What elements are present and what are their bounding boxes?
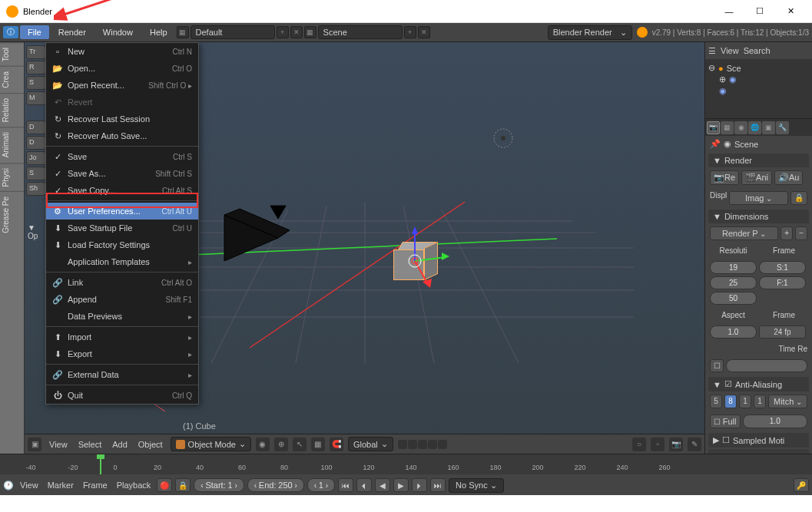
menu-render[interactable]: Render xyxy=(51,25,94,39)
menu-file[interactable]: File xyxy=(20,25,49,39)
aa-5[interactable]: 5 xyxy=(710,395,722,408)
tab-scene-props[interactable]: ◉ xyxy=(734,121,747,134)
render-panel-header[interactable]: ▼Render xyxy=(708,154,809,167)
file-menu-append[interactable]: 🔗AppendShift F1 xyxy=(46,291,198,308)
render-button[interactable]: 📷Re xyxy=(710,170,739,185)
tab-modifiers[interactable]: 🔧 xyxy=(776,121,789,134)
info-editor-icon[interactable]: ⓘ xyxy=(3,26,18,38)
layer-buttons[interactable] xyxy=(398,440,447,449)
sync-mode-selector[interactable]: No Sync ⌄ xyxy=(449,478,504,493)
snap-icon[interactable]: 🧲 xyxy=(330,438,343,451)
tool-duplicate-linked[interactable]: D xyxy=(26,136,46,150)
file-menu-data-previews[interactable]: Data Previews ▸ xyxy=(46,308,198,325)
file-menu-external-data[interactable]: 🔗External Data ▸ xyxy=(46,366,198,383)
aspect-x[interactable]: 1.0 xyxy=(710,325,757,339)
file-menu-recover-last-session[interactable]: ↻Recover Last Session xyxy=(46,111,198,127)
timeline-menu-playback[interactable]: Playback xyxy=(114,481,154,490)
tab-animation[interactable]: Animati xyxy=(0,127,24,162)
tab-object-props[interactable]: ▣ xyxy=(762,121,775,134)
minimize-button[interactable]: — xyxy=(714,1,744,22)
file-menu-open[interactable]: 📂Open...Ctrl O xyxy=(46,60,198,77)
render-preset-selector[interactable]: Render P ⌄ xyxy=(710,226,778,240)
shading-panel-header[interactable]: ▶Shading xyxy=(708,449,809,454)
display-mode-selector[interactable]: Imag ⌄ xyxy=(729,191,788,205)
tab-physics[interactable]: Physi xyxy=(0,163,24,191)
time-remap-value[interactable] xyxy=(726,359,807,372)
aa-filter-selector[interactable]: Mitch ⌄ xyxy=(768,395,807,408)
aa-full-checkbox[interactable]: ☐ Full xyxy=(710,415,741,428)
lock-interface-button[interactable]: 🔒 xyxy=(790,191,807,205)
editor-type-icon[interactable]: ▣ xyxy=(28,438,41,451)
aa-16[interactable]: 1 xyxy=(754,395,766,408)
tool-translate[interactable]: Tr xyxy=(26,45,46,59)
layers-icon[interactable]: ▦ xyxy=(311,438,325,451)
file-menu-quit[interactable]: ⏻QuitCtrl Q xyxy=(46,387,198,404)
gpencil-icon[interactable]: ✎ xyxy=(688,438,701,451)
resolution-x[interactable]: 19 xyxy=(710,261,757,274)
scene-add-button[interactable]: + xyxy=(404,26,416,38)
file-menu-export[interactable]: ⬇Export ▸ xyxy=(46,345,198,362)
sampled-motion-panel-header[interactable]: ▶☐Sampled Moti xyxy=(708,433,809,448)
jump-end-button[interactable]: ⏭ xyxy=(430,478,446,492)
outliner-tree[interactable]: ⊖●Sce ⊕◉ ◉ xyxy=(705,59,812,100)
frame-start[interactable]: S:1 xyxy=(759,261,806,274)
file-menu-save[interactable]: ✓SaveCtrl S xyxy=(46,148,198,165)
outliner-editor-icon[interactable]: ☰ xyxy=(708,46,716,56)
scene-browse-icon[interactable]: ▦ xyxy=(304,26,317,38)
fps-selector[interactable]: 24 fp xyxy=(759,325,806,339)
layout-add-button[interactable]: + xyxy=(277,26,289,38)
tool-scale[interactable]: S xyxy=(26,76,46,90)
timeline-menu-frame[interactable]: Frame xyxy=(80,481,111,490)
tool-set-origin[interactable]: S xyxy=(26,167,46,180)
timeline-menu-marker[interactable]: Marker xyxy=(45,481,77,490)
preset-add-button[interactable]: + xyxy=(781,226,793,240)
timeline-ruler[interactable]: -40-200204060801001201401601802002202402… xyxy=(0,454,812,474)
antialiasing-panel-header[interactable]: ▼☑Anti-Aliasing xyxy=(708,377,809,391)
3d-viewport[interactable]: Tr R S M D D Jo S Sh ▼ Op ▫NewCtrl N📂Ope… xyxy=(25,42,704,454)
tab-grease-pencil[interactable]: Grease Pe xyxy=(0,191,24,238)
aa-size[interactable]: 1.0 xyxy=(743,415,807,428)
tab-create[interactable]: Crea xyxy=(0,66,24,93)
close-button[interactable]: ✕ xyxy=(775,1,806,22)
scene-selector[interactable]: Scene xyxy=(318,25,403,39)
tool-shading[interactable]: Sh xyxy=(26,182,46,196)
orientation-selector[interactable]: Global⌄ xyxy=(348,437,393,451)
keyframe-prev-button[interactable]: ⏴ xyxy=(356,478,372,492)
layout-selector[interactable]: Default xyxy=(191,25,275,39)
border-checkbox[interactable]: ☐ xyxy=(710,359,724,372)
preset-remove-button[interactable]: − xyxy=(795,226,807,240)
resolution-y[interactable]: 25 xyxy=(710,276,757,289)
tab-relations[interactable]: Relatio xyxy=(0,93,24,127)
current-frame-field[interactable]: ‹ 1 › xyxy=(307,478,335,492)
audio-button[interactable]: 🔊Au xyxy=(774,170,803,185)
scene-remove-button[interactable]: ✕ xyxy=(418,26,430,38)
tool-join[interactable]: Jo xyxy=(26,151,46,165)
shading-mode-icon[interactable]: ◉ xyxy=(256,438,270,451)
file-menu-new[interactable]: ▫NewCtrl N xyxy=(46,43,198,60)
play-reverse-button[interactable]: ◀ xyxy=(375,478,390,492)
layout-remove-button[interactable]: ✕ xyxy=(290,26,303,38)
auto-keyframe-lock-button[interactable]: 🔒 xyxy=(175,478,191,492)
viewport-menu-select[interactable]: Select xyxy=(75,440,105,449)
auto-keyframe-button[interactable]: 🔴 xyxy=(157,478,172,492)
file-menu-import[interactable]: ⬆Import ▸ xyxy=(46,329,198,345)
outliner-view[interactable]: View xyxy=(721,46,739,55)
maximize-button[interactable]: ☐ xyxy=(744,1,775,22)
file-menu-load-factory-settings[interactable]: ⬇Load Factory Settings xyxy=(46,236,198,253)
frame-end[interactable]: F:1 xyxy=(759,276,806,289)
tab-world-props[interactable]: 🌐 xyxy=(748,121,761,134)
play-button[interactable]: ▶ xyxy=(393,478,409,492)
render-preview-icon[interactable]: 📷 xyxy=(669,438,683,451)
aa-11[interactable]: 1 xyxy=(739,395,751,408)
snap-element-icon[interactable]: ▫ xyxy=(651,438,665,451)
file-menu-save-copy[interactable]: ✓Save Copy...Ctrl Alt S xyxy=(46,182,198,199)
mode-selector[interactable]: Object Mode⌄ xyxy=(171,437,251,451)
keyframe-next-button[interactable]: ⏵ xyxy=(412,478,427,492)
viewport-menu-object[interactable]: Object xyxy=(135,440,166,449)
tab-tools[interactable]: Tool xyxy=(0,42,24,66)
proportional-icon[interactable]: ○ xyxy=(632,438,646,451)
menu-help[interactable]: Help xyxy=(142,25,175,39)
aa-8[interactable]: 8 xyxy=(724,395,737,408)
tab-render-layers[interactable]: ▦ xyxy=(721,121,734,134)
timeline-cursor[interactable] xyxy=(100,454,101,474)
